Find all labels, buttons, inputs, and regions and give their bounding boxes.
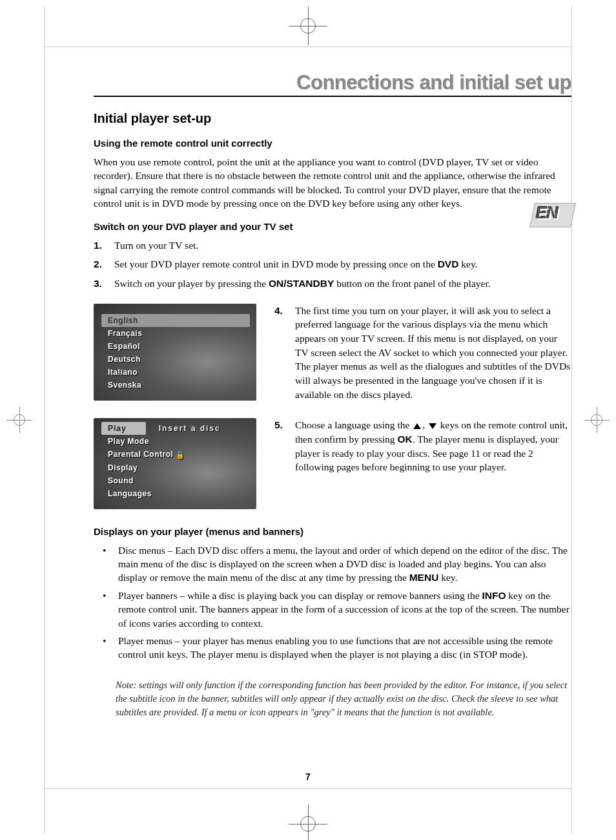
step-3: 3. Switch on your player by pressing the… (94, 277, 571, 291)
crop-mark-top (289, 6, 327, 45)
crop-mark-left (6, 407, 32, 433)
trim-line (44, 6, 45, 834)
screenshot-player-menu: Play Insert a disc Play Mode Parental Co… (94, 418, 256, 509)
step-2: 2. Set your DVD player remote control un… (94, 257, 571, 271)
section-heading: Initial player set-up (94, 111, 571, 126)
bullet-disc-menus: • Disc menus – Each DVD disc offers a me… (94, 543, 571, 585)
bullet-player-banners: • Player banners – while a disc is playi… (94, 589, 571, 630)
crop-mark-bottom (289, 804, 327, 840)
page-number: 7 (305, 772, 311, 782)
paragraph-remote: When you use remote control, point the u… (94, 155, 571, 211)
menu-item-play-mode: Play Mode (101, 435, 250, 448)
subheading-displays: Displays on your player (menus and banne… (94, 526, 571, 537)
menu-item-languages: Languages (101, 487, 250, 500)
arrow-up-icon (413, 423, 421, 429)
menu-item-english: English (101, 314, 250, 327)
page-title-bar: Connections and initial set up (94, 71, 571, 97)
crop-mark-right (584, 407, 610, 433)
row-step-5: Play Insert a disc Play Mode Parental Co… (94, 418, 571, 509)
screenshot-language-menu: English Français Español Deutsch Italian… (94, 304, 256, 401)
menu-item-espanol: Español (101, 340, 250, 353)
subheading-switch-on: Switch on your DVD player and your TV se… (94, 221, 571, 232)
page-content: Connections and initial set up Initial p… (94, 71, 571, 719)
arrow-down-icon (429, 423, 436, 429)
menu-item-parental-control: Parental Control🔒 (101, 448, 250, 461)
subheading-remote: Using the remote control unit correctly (94, 138, 571, 149)
lock-icon: 🔒 (176, 451, 185, 459)
trim-line (571, 6, 572, 834)
hint-insert-disc: Insert a disc (159, 424, 221, 433)
page-title: Connections and initial set up (94, 71, 571, 94)
menu-item-francais: Français (101, 327, 250, 340)
step-4: 4. The first time you turn on your playe… (274, 304, 571, 402)
note-text: Note: settings will only function if the… (94, 678, 571, 719)
menu-item-svenska: Svenska (101, 379, 250, 392)
bullet-player-menus: • Player menus – your player has menus e… (94, 634, 571, 662)
menu-item-play: Play (101, 422, 146, 435)
menu-item-italiano: Italiano (101, 366, 250, 379)
bullet-list: • Disc menus – Each DVD disc offers a me… (94, 543, 571, 662)
step-5: 5. Choose a language using the , keys on… (274, 418, 571, 474)
menu-item-sound: Sound (101, 474, 250, 487)
trim-line (44, 47, 572, 47)
menu-item-display: Display (101, 461, 250, 474)
row-step-4: English Français Español Deutsch Italian… (94, 304, 571, 402)
trim-line (44, 788, 572, 789)
step-1: 1. Turn on your TV set. (94, 238, 571, 253)
menu-item-deutsch: Deutsch (101, 353, 250, 366)
steps-list: 1. Turn on your TV set. 2. Set your DVD … (94, 238, 571, 291)
